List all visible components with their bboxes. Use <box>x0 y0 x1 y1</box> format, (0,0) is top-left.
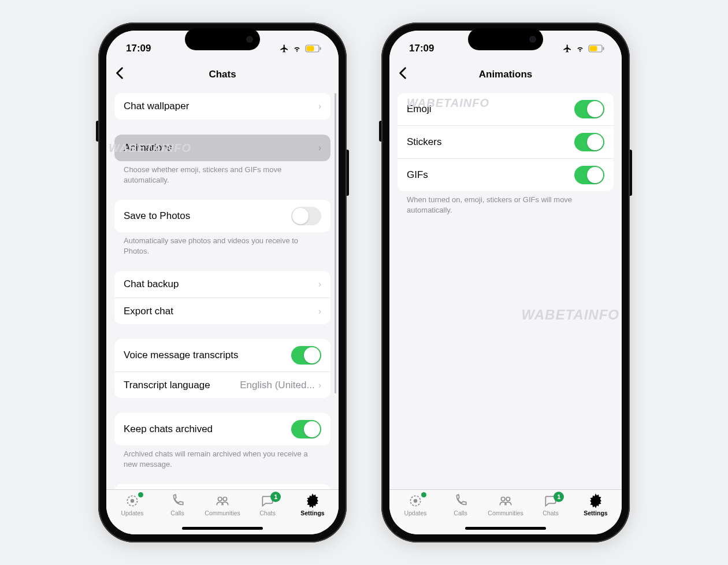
row-chat-wallpaper[interactable]: Chat wallpaper › <box>114 93 330 120</box>
svg-point-5 <box>218 497 222 501</box>
row-emoji[interactable]: Emoji <box>398 93 614 125</box>
svg-point-12 <box>414 499 418 503</box>
row-label: Chat backup <box>124 278 179 290</box>
tab-label: Settings <box>584 510 607 516</box>
gear-icon <box>588 493 603 508</box>
tab-communities[interactable]: Communities <box>200 493 245 516</box>
nav-header: Animations <box>389 62 622 87</box>
wifi-icon <box>292 44 302 53</box>
chevron-right-icon: › <box>318 143 321 153</box>
settings-content[interactable]: WABETAINFO WABETAINFO Emoji Stickers GIF… <box>389 87 622 489</box>
row-label: Transcript language <box>124 380 210 391</box>
tab-updates[interactable]: Updates <box>393 493 438 516</box>
tab-label: Updates <box>404 510 426 516</box>
svg-rect-10 <box>590 46 597 51</box>
wifi-icon <box>575 44 585 53</box>
scroll-indicator[interactable] <box>335 93 336 393</box>
row-move-to-android[interactable]: Move chats to Android <box>114 484 330 489</box>
row-keep-archived[interactable]: Keep chats archived <box>114 413 330 445</box>
row-value: English (United... <box>240 380 314 391</box>
toggle-emoji[interactable] <box>574 100 604 118</box>
gear-icon <box>305 493 320 508</box>
airplane-icon <box>280 44 289 53</box>
chevron-right-icon: › <box>318 101 321 111</box>
tab-settings[interactable]: Settings <box>290 493 335 516</box>
home-indicator[interactable] <box>465 527 546 530</box>
row-label: Animations <box>124 142 172 154</box>
page-title: Chats <box>209 69 236 80</box>
row-export-chat[interactable]: Export chat › <box>114 298 330 324</box>
dynamic-island <box>468 28 543 50</box>
tab-bar: Updates Calls Communities 1 Chats Settin… <box>389 489 622 534</box>
row-stickers[interactable]: Stickers <box>398 125 614 158</box>
toggle-stickers[interactable] <box>574 133 604 151</box>
toggle-gifs[interactable] <box>574 166 604 184</box>
row-save-to-photos[interactable]: Save to Photos <box>114 200 330 232</box>
svg-rect-9 <box>603 47 604 50</box>
phone-frame-right: 17:09 Animations WABETAINFO WABETAIN <box>381 23 630 542</box>
tab-label: Calls <box>454 510 467 516</box>
row-label: Voice message transcripts <box>124 350 238 361</box>
home-indicator[interactable] <box>182 527 263 530</box>
chevron-right-icon: › <box>318 306 321 317</box>
row-label: Emoji <box>407 103 432 115</box>
svg-rect-2 <box>307 46 314 51</box>
battery-icon <box>588 44 604 53</box>
tab-communities[interactable]: Communities <box>483 493 528 516</box>
row-label: Chat wallpaper <box>124 101 189 112</box>
svg-point-6 <box>223 497 227 501</box>
tab-label: Communities <box>488 510 523 516</box>
tab-label: Calls <box>170 510 184 516</box>
footnote-archive: Archived chats will remain archived when… <box>114 445 330 469</box>
updates-icon <box>408 493 423 508</box>
footnote-animations: Choose whether emoji, stickers and GIFs … <box>114 161 330 185</box>
page-title: Animations <box>479 69 533 80</box>
row-transcript-language[interactable]: Transcript language English (United... › <box>114 371 330 398</box>
tab-calls[interactable]: Calls <box>438 493 483 516</box>
row-label: Keep chats archived <box>124 423 213 435</box>
tab-label: Chats <box>259 510 275 516</box>
badge-dot <box>421 492 426 497</box>
badge-dot <box>138 492 143 497</box>
svg-point-4 <box>131 499 135 503</box>
screen-animations-settings: 17:09 Animations WABETAINFO WABETAIN <box>389 31 622 534</box>
tab-chats[interactable]: 1 Chats <box>245 493 290 516</box>
row-chat-backup[interactable]: Chat backup › <box>114 271 330 298</box>
phone-icon <box>170 493 185 508</box>
tab-label: Updates <box>121 510 143 516</box>
nav-header: Chats <box>106 62 339 87</box>
tab-chats[interactable]: 1 Chats <box>528 493 573 516</box>
footnote-save-photos: Automatically save photos and videos you… <box>114 232 330 256</box>
back-button[interactable] <box>116 66 124 84</box>
badge-count: 1 <box>554 492 564 502</box>
phone-icon <box>453 493 468 508</box>
tab-settings[interactable]: Settings <box>573 493 618 516</box>
back-button[interactable] <box>399 66 407 84</box>
communities-icon <box>498 493 513 508</box>
row-label: Stickers <box>407 136 441 148</box>
updates-icon <box>125 493 140 508</box>
row-label: Save to Photos <box>124 210 190 222</box>
row-gifs[interactable]: GIFs <box>398 158 614 191</box>
settings-content[interactable]: Chat wallpaper › WABETAINFO Animations ›… <box>106 87 339 489</box>
row-voice-transcripts[interactable]: Voice message transcripts <box>114 339 330 371</box>
svg-rect-1 <box>320 47 321 50</box>
badge-count: 1 <box>270 492 281 502</box>
status-time: 17:09 <box>409 43 434 54</box>
communities-icon <box>215 493 230 508</box>
row-animations[interactable]: Animations › <box>114 135 330 161</box>
toggle-keep-archived[interactable] <box>291 420 321 438</box>
chevron-right-icon: › <box>318 279 321 289</box>
svg-point-14 <box>506 497 510 501</box>
tab-bar: Updates Calls Communities 1 Chats Settin… <box>106 489 339 534</box>
status-time: 17:09 <box>126 43 151 54</box>
row-label: Export chat <box>124 306 173 317</box>
dynamic-island <box>185 28 260 50</box>
screen-chats-settings: 17:09 Chats <box>106 31 339 534</box>
tab-label: Settings <box>300 510 324 516</box>
battery-icon <box>305 44 321 53</box>
tab-calls[interactable]: Calls <box>155 493 200 516</box>
toggle-save-to-photos[interactable] <box>291 207 321 225</box>
toggle-voice-transcripts[interactable] <box>291 346 321 365</box>
tab-updates[interactable]: Updates <box>110 493 155 516</box>
